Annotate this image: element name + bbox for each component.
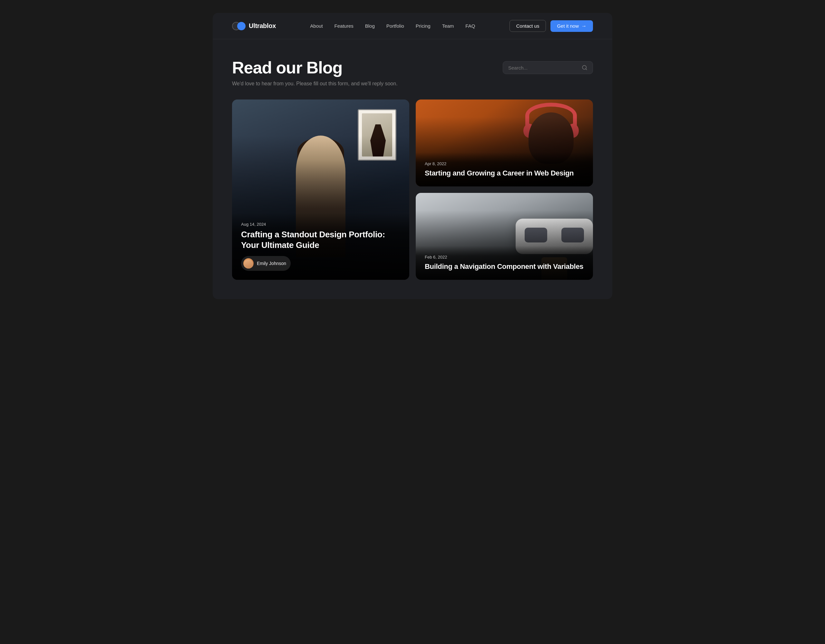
nav-item-team[interactable]: Team (442, 23, 454, 29)
nav-item-features[interactable]: Features (335, 23, 354, 29)
author-badge: Emily Johnson (241, 256, 291, 271)
nav-links: About Features Blog Portfolio Pricing Te… (310, 23, 475, 29)
search-input[interactable] (508, 65, 578, 71)
card-title-1: Crafting a Standout Design Portfolio: Yo… (241, 229, 400, 250)
blog-grid: Aug 14, 2024 Crafting a Standout Design … (213, 100, 612, 299)
nav-actions: Contact us Get it now → (510, 20, 593, 32)
card-date-3: Feb 6, 2022 (425, 255, 584, 260)
logo-circle-blue (237, 22, 246, 30)
card-overlay-2: Apr 8, 2022 Starting and Growing a Caree… (416, 152, 593, 187)
nav-item-portfolio[interactable]: Portfolio (386, 23, 404, 29)
app-window: Ultrablox About Features Blog Portfolio … (213, 13, 612, 299)
blog-card-1[interactable]: Aug 14, 2024 Crafting a Standout Design … (232, 100, 409, 280)
card-title-2: Starting and Growing a Career in Web Des… (425, 169, 584, 178)
navbar: Ultrablox About Features Blog Portfolio … (213, 13, 612, 39)
nav-item-faq[interactable]: FAQ (465, 23, 475, 29)
page-title: Read our Blog (232, 59, 342, 77)
card-date-2: Apr 8, 2022 (425, 161, 584, 166)
card-content-2: Apr 8, 2022 Starting and Growing a Caree… (425, 161, 584, 178)
card-date-1: Aug 14, 2024 (241, 222, 400, 227)
card-content-1: Aug 14, 2024 Crafting a Standout Design … (241, 222, 400, 271)
brand-name: Ultrablox (249, 22, 276, 29)
svg-line-1 (586, 69, 587, 69)
hero-header: Read our Blog (232, 59, 593, 77)
nav-item-blog[interactable]: Blog (365, 23, 375, 29)
search-box (503, 61, 593, 74)
blog-card-3[interactable]: Feb 6, 2022 Building a Navigation Compon… (416, 193, 593, 280)
get-it-now-button[interactable]: Get it now → (550, 20, 593, 32)
hero-section: Read our Blog We'd love to hear from you… (213, 39, 612, 100)
hero-subtitle: We'd love to hear from you. Please fill … (232, 81, 425, 86)
card-overlay-1: Aug 14, 2024 Crafting a Standout Design … (232, 213, 409, 280)
card-content-3: Feb 6, 2022 Building a Navigation Compon… (425, 255, 584, 271)
author-avatar (243, 258, 253, 268)
card-title-3: Building a Navigation Component with Var… (425, 262, 584, 271)
logo-link[interactable]: Ultrablox (232, 22, 276, 31)
card-overlay-3: Feb 6, 2022 Building a Navigation Compon… (416, 246, 593, 280)
author-name: Emily Johnson (257, 261, 286, 266)
cta-label: Get it now (557, 23, 579, 29)
contact-button[interactable]: Contact us (510, 20, 546, 32)
author-avatar-shape (244, 260, 253, 268)
nav-item-about[interactable]: About (310, 23, 323, 29)
blog-card-2[interactable]: Apr 8, 2022 Starting and Growing a Caree… (416, 100, 593, 186)
arrow-icon: → (581, 23, 587, 29)
search-icon (582, 65, 587, 71)
logo-icon (232, 22, 246, 31)
nav-item-pricing[interactable]: Pricing (416, 23, 431, 29)
